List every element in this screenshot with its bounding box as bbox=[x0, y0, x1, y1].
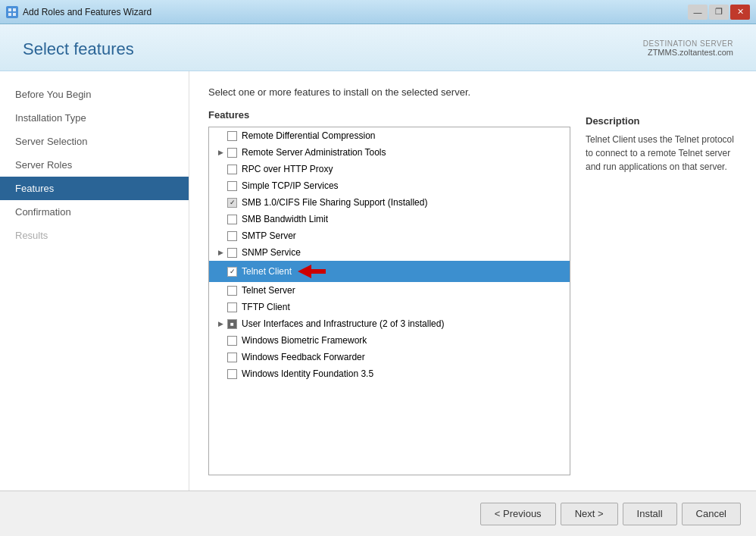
sidebar-item-before-you-begin[interactable]: Before You Begin bbox=[0, 83, 189, 106]
feature-item-rpc-http[interactable]: RPC over HTTP Proxy bbox=[209, 161, 570, 177]
destination-label: DESTINATION SERVER bbox=[643, 39, 733, 48]
close-button[interactable]: ✕ bbox=[730, 5, 750, 20]
checkbox-rpc-http[interactable] bbox=[227, 165, 237, 174]
install-button[interactable]: Install bbox=[623, 503, 677, 525]
checkbox-windows-feedback[interactable] bbox=[227, 353, 237, 362]
destination-server-info: DESTINATION SERVER ZTMMS.zoltantest.com bbox=[643, 39, 733, 57]
window-title: Add Roles and Features Wizard bbox=[23, 7, 152, 17]
bottom-bar: < Previous Next > Install Cancel bbox=[0, 491, 756, 536]
previous-button[interactable]: < Previous bbox=[480, 503, 556, 525]
checkbox-windows-biometric[interactable] bbox=[227, 336, 237, 346]
feature-name-rdc: Remote Differential Compression bbox=[242, 130, 376, 141]
expander-placeholder9 bbox=[215, 302, 226, 312]
window-controls: — ❐ ✕ bbox=[688, 5, 750, 20]
cancel-button[interactable]: Cancel bbox=[682, 503, 741, 525]
checkbox-smtp[interactable] bbox=[227, 231, 237, 241]
sidebar-item-server-roles[interactable]: Server Roles bbox=[0, 153, 189, 177]
feature-item-windows-feedback[interactable]: Windows Feedback Forwarder bbox=[209, 349, 570, 365]
features-panel: Select one or more features to install o… bbox=[208, 86, 570, 475]
feature-item-user-interfaces[interactable]: ▶ ■ User Interfaces and Infrastructure (… bbox=[209, 315, 570, 332]
intro-text: Select one or more features to install o… bbox=[208, 86, 570, 98]
horizontal-scrollbar[interactable]: ◀ ▶ bbox=[209, 475, 570, 475]
checkbox-telnet-server[interactable] bbox=[227, 286, 237, 296]
sidebar-item-installation-type[interactable]: Installation Type bbox=[0, 106, 189, 130]
destination-server-name: ZTMMS.zoltantest.com bbox=[643, 48, 733, 57]
expander-rsat[interactable]: ▶ bbox=[215, 147, 226, 158]
description-title: Description bbox=[586, 115, 737, 127]
page-header: Select features DESTINATION SERVER ZTMMS… bbox=[0, 24, 756, 71]
sidebar-item-confirmation[interactable]: Confirmation bbox=[0, 200, 189, 224]
feature-item-snmp[interactable]: ▶ SNMP Service bbox=[209, 244, 570, 261]
feature-item-rsat[interactable]: ▶ Remote Server Administration Tools bbox=[209, 144, 570, 161]
feature-name-rpc-http: RPC over HTTP Proxy bbox=[242, 164, 333, 174]
features-list[interactable]: Remote Differential Compression ▶ Remote… bbox=[209, 127, 570, 475]
expander-placeholder3 bbox=[215, 180, 226, 191]
expander-placeholder7 bbox=[215, 266, 226, 277]
checkbox-telnet-client[interactable]: ✓ bbox=[227, 267, 237, 277]
expander-placeholder6 bbox=[215, 230, 226, 241]
expander-snmp[interactable]: ▶ bbox=[215, 247, 226, 258]
feature-name-tftp-client: TFTP Client bbox=[242, 302, 290, 312]
expander-placeholder2 bbox=[215, 164, 226, 174]
checkbox-tftp-client[interactable] bbox=[227, 302, 237, 312]
feature-item-windows-biometric[interactable]: Windows Biometric Framework bbox=[209, 332, 570, 349]
svg-rect-1 bbox=[13, 8, 16, 11]
expander-placeholder12 bbox=[215, 368, 226, 379]
checkbox-rsat[interactable] bbox=[227, 148, 237, 158]
scroll-track[interactable] bbox=[221, 475, 558, 476]
maximize-button[interactable]: ❐ bbox=[709, 5, 729, 20]
feature-item-smtp[interactable]: SMTP Server bbox=[209, 227, 570, 244]
feature-item-telnet-server[interactable]: Telnet Server bbox=[209, 282, 570, 299]
feature-name-smtp: SMTP Server bbox=[242, 230, 296, 241]
checkbox-smb1[interactable]: ✓ bbox=[227, 198, 237, 208]
svg-rect-2 bbox=[8, 13, 11, 16]
feature-name-smb-bandwidth: SMB Bandwidth Limit bbox=[242, 214, 328, 224]
checkbox-smb-bandwidth[interactable] bbox=[227, 215, 237, 224]
checkbox-snmp[interactable] bbox=[227, 248, 237, 258]
feature-item-smb-bandwidth[interactable]: SMB Bandwidth Limit bbox=[209, 211, 570, 227]
svg-marker-5 bbox=[298, 265, 311, 278]
feature-name-snmp: SNMP Service bbox=[242, 247, 301, 258]
checkbox-rdc[interactable] bbox=[227, 131, 237, 141]
content-area: Before You Begin Installation Type Serve… bbox=[0, 71, 756, 491]
window-body: Select features DESTINATION SERVER ZTMMS… bbox=[0, 24, 756, 536]
title-bar: Add Roles and Features Wizard — ❐ ✕ bbox=[0, 0, 756, 24]
feature-item-rdc[interactable]: Remote Differential Compression bbox=[209, 127, 570, 144]
sidebar-item-features[interactable]: Features bbox=[0, 177, 189, 200]
scroll-left-button[interactable]: ◀ bbox=[209, 475, 221, 476]
checkbox-user-interfaces[interactable]: ■ bbox=[227, 319, 237, 329]
scroll-right-button[interactable]: ▶ bbox=[558, 475, 570, 476]
sidebar-item-results: Results bbox=[0, 224, 189, 247]
expander-placeholder8 bbox=[215, 285, 226, 296]
features-list-container: Remote Differential Compression ▶ Remote… bbox=[208, 127, 570, 475]
feature-name-windows-biometric: Windows Biometric Framework bbox=[242, 335, 367, 346]
feature-name-smb1: SMB 1.0/CIFS File Sharing Support (Insta… bbox=[242, 197, 427, 208]
title-bar-left: Add Roles and Features Wizard bbox=[6, 6, 152, 18]
svg-rect-0 bbox=[8, 8, 11, 11]
feature-name-windows-feedback: Windows Feedback Forwarder bbox=[242, 352, 365, 362]
main-content: Select one or more features to install o… bbox=[189, 71, 756, 491]
red-arrow-indicator bbox=[298, 263, 332, 280]
expander-placeholder4 bbox=[215, 197, 226, 208]
expander-placeholder11 bbox=[215, 352, 226, 362]
feature-item-tftp-client[interactable]: TFTP Client bbox=[209, 299, 570, 315]
expander-user-interfaces[interactable]: ▶ bbox=[215, 318, 226, 329]
feature-item-telnet-client[interactable]: ✓ Telnet Client bbox=[209, 261, 570, 282]
app-icon bbox=[6, 6, 18, 18]
feature-item-smb1[interactable]: ✓ SMB 1.0/CIFS File Sharing Support (Ins… bbox=[209, 194, 570, 211]
feature-name-telnet-server: Telnet Server bbox=[242, 285, 295, 296]
feature-name-simple-tcpip: Simple TCP/IP Services bbox=[242, 180, 339, 191]
checkbox-simple-tcpip[interactable] bbox=[227, 181, 237, 191]
feature-name-windows-identity: Windows Identity Foundation 3.5 bbox=[242, 368, 373, 379]
feature-name-user-interfaces: User Interfaces and Infrastructure (2 of… bbox=[242, 318, 444, 329]
sidebar-item-server-selection[interactable]: Server Selection bbox=[0, 130, 189, 153]
checkbox-windows-identity[interactable] bbox=[227, 369, 237, 379]
features-label: Features bbox=[208, 109, 570, 121]
sidebar: Before You Begin Installation Type Serve… bbox=[0, 71, 189, 491]
minimize-button[interactable]: — bbox=[688, 5, 708, 20]
feature-item-simple-tcpip[interactable]: Simple TCP/IP Services bbox=[209, 177, 570, 194]
feature-item-windows-identity[interactable]: Windows Identity Foundation 3.5 bbox=[209, 365, 570, 382]
description-text: Telnet Client uses the Telnet protocol t… bbox=[586, 133, 737, 174]
feature-name-rsat: Remote Server Administration Tools bbox=[242, 147, 386, 158]
next-button[interactable]: Next > bbox=[561, 503, 618, 525]
